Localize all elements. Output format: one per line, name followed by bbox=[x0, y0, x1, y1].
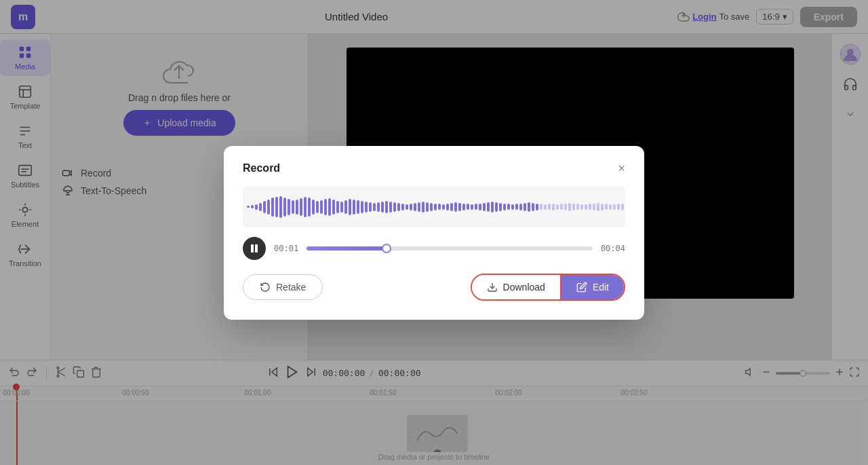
edit-label: Edit bbox=[593, 282, 609, 293]
download-label: Download bbox=[503, 282, 545, 293]
modal-close-button[interactable]: × bbox=[618, 162, 625, 174]
download-button[interactable]: Download bbox=[472, 275, 561, 299]
modal-title: Record bbox=[243, 162, 280, 174]
modal-overlay[interactable]: Record × 00:01 00:04 Retake bbox=[0, 0, 868, 465]
retake-label: Retake bbox=[276, 282, 306, 293]
edit-icon bbox=[576, 282, 587, 293]
pause-button[interactable] bbox=[243, 237, 266, 260]
modal-header: Record × bbox=[243, 162, 625, 174]
modal-actions: Retake Download Edit bbox=[243, 274, 625, 301]
action-group: Download Edit bbox=[471, 274, 625, 301]
progress-thumb bbox=[382, 244, 391, 253]
svg-rect-33 bbox=[251, 244, 254, 253]
waveform bbox=[243, 187, 625, 227]
record-modal: Record × 00:01 00:04 Retake bbox=[224, 146, 644, 320]
download-icon bbox=[487, 282, 498, 293]
progress-fill bbox=[307, 246, 387, 250]
retake-button[interactable]: Retake bbox=[243, 274, 323, 300]
retake-icon bbox=[260, 282, 271, 293]
progress-time-end: 00:04 bbox=[601, 244, 625, 253]
progress-track[interactable] bbox=[307, 246, 593, 250]
progress-time-start: 00:01 bbox=[274, 244, 298, 253]
progress-row: 00:01 00:04 bbox=[243, 237, 625, 260]
svg-rect-34 bbox=[255, 244, 258, 253]
edit-button[interactable]: Edit bbox=[561, 275, 624, 299]
